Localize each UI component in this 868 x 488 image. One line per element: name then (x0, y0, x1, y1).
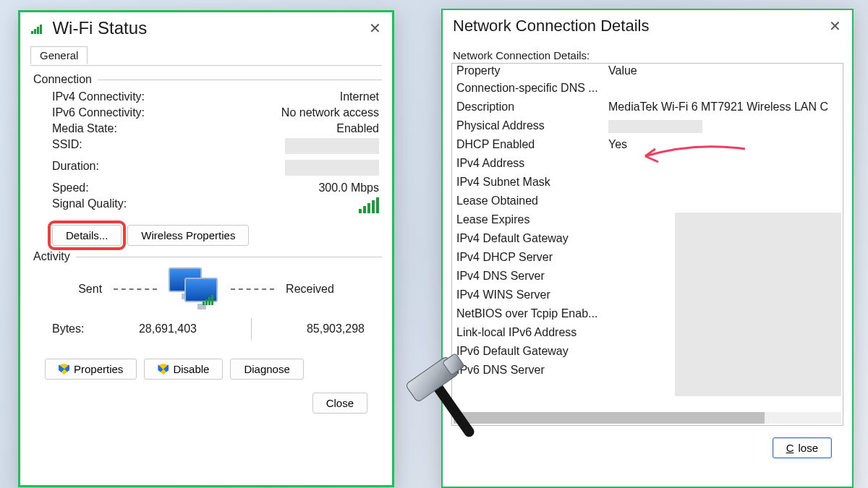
table-row: Lease Obtained (452, 192, 843, 210)
table-row: Connection-specific DNS ... (452, 79, 843, 98)
column-property[interactable]: Property (452, 64, 604, 78)
table-row: Physical Address (452, 116, 843, 135)
table-row: IPv4 Address (452, 154, 843, 173)
signal-quality-value (357, 197, 379, 216)
table-row: IPv4 Subnet Mask (452, 173, 843, 192)
ipv4-connectivity-label: IPv4 Connectivity: (52, 90, 145, 103)
column-value[interactable]: Value (604, 64, 843, 78)
svg-rect-3 (40, 25, 42, 34)
section-connection: Connection (33, 73, 382, 86)
bytes-received-value: 85,903,298 (307, 322, 365, 335)
section-activity: Activity (33, 250, 382, 263)
details-button[interactable]: Details... (52, 225, 122, 246)
sent-label: Sent (78, 283, 102, 296)
svg-rect-0 (31, 31, 33, 34)
tab-general[interactable]: General (30, 46, 88, 64)
close-button[interactable]: Close (312, 393, 367, 414)
ssid-label: SSID: (52, 138, 82, 157)
wifi-signal-icon (30, 24, 45, 38)
svg-rect-2 (37, 27, 39, 34)
table-row: DescriptionMediaTek Wi-Fi 6 MT7921 Wirel… (452, 98, 843, 116)
dhcp-enabled-value: Yes (604, 135, 843, 154)
horizontal-scrollbar[interactable] (454, 412, 841, 424)
ssid-value (285, 138, 379, 157)
close-icon[interactable]: ✕ (825, 16, 845, 36)
titlebar: Wi-Fi Status ✕ (20, 12, 392, 44)
table-row: DHCP EnabledYes (452, 135, 843, 154)
bytes-label: Bytes: (52, 322, 84, 335)
redacted-values-block (675, 213, 841, 396)
diagnose-button[interactable]: Diagnose (230, 359, 303, 380)
speed-label: Speed: (52, 181, 89, 194)
details-subtitle: Network Connection Details: (453, 49, 843, 61)
window-title: Wi-Fi Status (30, 18, 147, 38)
shield-icon (158, 364, 169, 374)
signal-bars-icon (357, 197, 379, 216)
disable-button[interactable]: Disable (144, 359, 223, 380)
duration-value (285, 160, 379, 179)
ipv4-connectivity-value: Internet (340, 90, 379, 103)
bytes-sent-value: 28,691,403 (139, 322, 197, 335)
ipv6-connectivity-value: No network access (281, 106, 379, 119)
tabstrip: General (30, 46, 382, 66)
received-label: Received (286, 283, 334, 296)
activity-graphic: Sent Received (30, 267, 382, 311)
speed-value: 300.0 Mbps (318, 181, 379, 194)
network-activity-icon (169, 267, 219, 311)
shield-icon (59, 364, 69, 374)
duration-label: Duration: (52, 160, 99, 179)
svg-rect-1 (34, 29, 36, 34)
ipv6-connectivity-label: IPv6 Connectivity: (52, 106, 145, 119)
close-button[interactable]: Close (773, 437, 832, 458)
media-state-label: Media State: (52, 122, 117, 135)
media-state-value: Enabled (336, 122, 379, 135)
wifi-status-window: Wi-Fi Status ✕ General Connection IPv4 C… (18, 10, 394, 487)
details-grid[interactable]: Property Value Connection-specific DNS .… (451, 63, 843, 426)
wireless-properties-button[interactable]: Wireless Properties (127, 225, 249, 246)
network-details-window: Network Connection Details ✕ Network Con… (441, 9, 854, 488)
window-title: Network Connection Details (453, 17, 649, 35)
titlebar: Network Connection Details ✕ (443, 10, 852, 42)
close-icon[interactable]: ✕ (365, 18, 385, 38)
signal-quality-label: Signal Quality: (52, 197, 127, 216)
properties-button[interactable]: Properties (45, 359, 137, 380)
